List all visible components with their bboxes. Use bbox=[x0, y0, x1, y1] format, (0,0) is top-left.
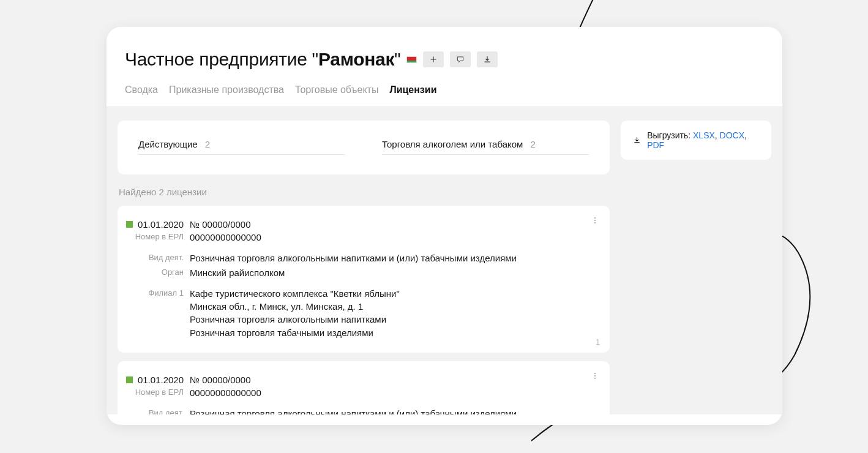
branch-value: Кафе туристического комплекса "Кветки яб… bbox=[190, 288, 400, 340]
stats-card: Действующие 2 Торговля алкоголем или таб… bbox=[118, 121, 610, 174]
activity-label: Вид деят. bbox=[135, 252, 190, 264]
tab-licenses[interactable]: Лицензии bbox=[389, 84, 436, 95]
export-xlsx-link[interactable]: XLSX bbox=[693, 130, 715, 140]
tab-trade-objects[interactable]: Торговые объекты bbox=[295, 84, 378, 95]
export-pdf-link[interactable]: PDF bbox=[647, 140, 664, 150]
license-date: 01.01.2020 bbox=[138, 219, 184, 230]
export-label: Выгрузить: bbox=[647, 130, 690, 140]
comment-button[interactable] bbox=[450, 51, 471, 67]
stat-alcohol-tobacco: Торговля алкоголем или табаком 2 bbox=[382, 139, 589, 155]
activity-value: Розничная торговля алкогольными напиткам… bbox=[190, 252, 517, 264]
license-number: № 00000/0000 bbox=[190, 375, 251, 385]
erl-label: Номер в ЕРЛ bbox=[135, 231, 190, 244]
page-title: Частное предприятие "Рамонак" bbox=[125, 49, 400, 70]
license-card: 01.01.2020 № 00000/0000 Номер в ЕРЛ 0000… bbox=[118, 361, 610, 414]
svg-point-0 bbox=[594, 217, 596, 219]
content-body: Действующие 2 Торговля алкоголем или таб… bbox=[107, 107, 782, 414]
dots-vertical-icon bbox=[590, 215, 600, 225]
activity-label: Вид деят. bbox=[135, 408, 190, 414]
svg-point-5 bbox=[594, 378, 596, 379]
svg-point-4 bbox=[594, 375, 596, 376]
erl-value: 00000000000000 bbox=[190, 387, 261, 399]
license-date: 01.01.2020 bbox=[138, 375, 184, 385]
license-number: № 00000/0000 bbox=[190, 219, 251, 230]
erl-value: 00000000000000 bbox=[190, 231, 261, 244]
status-active-icon bbox=[126, 221, 133, 228]
header: Частное предприятие "Рамонак" Сводка При… bbox=[107, 27, 782, 107]
card-index: 1 bbox=[596, 338, 600, 346]
download-button[interactable] bbox=[477, 51, 498, 67]
dots-vertical-icon bbox=[590, 371, 600, 381]
download-icon bbox=[633, 136, 641, 144]
authority-value: Минский райисполком bbox=[190, 267, 285, 279]
flag-belarus-icon bbox=[406, 56, 417, 63]
download-icon bbox=[483, 55, 492, 64]
export-card: Выгрузить: XLSX, DOCX, PDF bbox=[621, 121, 771, 160]
card-menu-button[interactable] bbox=[589, 214, 601, 226]
branch-label: Филиал 1 bbox=[135, 288, 190, 340]
results-count: Найдено 2 лицензии bbox=[119, 187, 610, 197]
tabs: Сводка Приказные производства Торговые о… bbox=[107, 70, 782, 107]
erl-label: Номер в ЕРЛ bbox=[135, 387, 190, 399]
status-active-icon bbox=[126, 376, 133, 383]
svg-point-1 bbox=[594, 220, 596, 221]
tab-summary[interactable]: Сводка bbox=[125, 84, 158, 95]
activity-value: Розничная торговля алкогольными напиткам… bbox=[190, 408, 517, 414]
license-card: 01.01.2020 № 00000/0000 Номер в ЕРЛ 0000… bbox=[118, 206, 610, 353]
add-button[interactable] bbox=[423, 51, 444, 67]
authority-label: Орган bbox=[135, 267, 190, 279]
svg-point-2 bbox=[594, 222, 596, 223]
app-window: Частное предприятие "Рамонак" Сводка При… bbox=[107, 27, 782, 425]
tab-orders[interactable]: Приказные производства bbox=[169, 84, 284, 95]
svg-point-3 bbox=[594, 373, 596, 374]
plus-icon bbox=[429, 55, 438, 64]
comment-icon bbox=[456, 55, 465, 64]
card-menu-button[interactable] bbox=[589, 370, 601, 382]
stat-active: Действующие 2 bbox=[138, 139, 345, 155]
export-docx-link[interactable]: DOCX bbox=[720, 130, 744, 140]
